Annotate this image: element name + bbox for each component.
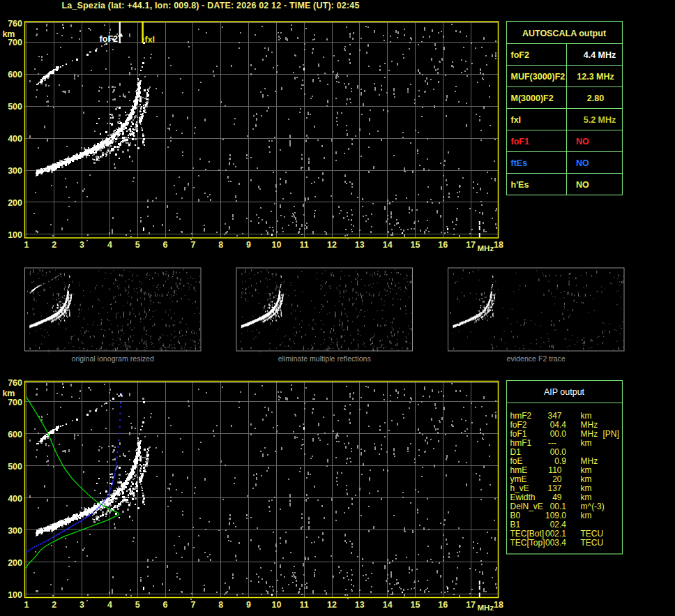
svg-text:003.4: 003.4 [545, 538, 566, 548]
svg-text:ymE: ymE [510, 474, 527, 484]
svg-text:TECU: TECU [581, 529, 604, 539]
svg-text:km: km [581, 411, 592, 421]
svg-text:04.4: 04.4 [550, 420, 567, 430]
svg-text:TEC[Bot]: TEC[Bot] [510, 529, 545, 539]
svg-text:MUF(3000)F2: MUF(3000)F2 [511, 72, 566, 82]
svg-text:foF2: foF2 [510, 420, 527, 430]
svg-text:B0: B0 [510, 511, 521, 520]
svg-text:4.4 MHz: 4.4 MHz [584, 50, 616, 60]
svg-text:49: 49 [552, 493, 562, 502]
svg-text:DelN_vE: DelN_vE [510, 502, 543, 511]
svg-text:6: 6 [163, 240, 168, 250]
svg-text:km: km [2, 29, 15, 39]
svg-text:km: km [2, 389, 15, 398]
svg-text:5: 5 [135, 240, 140, 250]
svg-text:11: 11 [300, 600, 309, 610]
svg-text:original ionogram resized: original ionogram resized [72, 354, 154, 363]
svg-text:20: 20 [552, 474, 562, 484]
svg-text:100: 100 [8, 230, 22, 240]
svg-text:TEC[Top]: TEC[Top] [510, 538, 545, 548]
svg-text:NO: NO [576, 158, 589, 168]
svg-text:3: 3 [79, 600, 84, 610]
svg-text:2: 2 [52, 240, 56, 250]
svg-text:M(3000)F2: M(3000)F2 [511, 93, 554, 103]
svg-text:10: 10 [271, 240, 281, 250]
svg-text:NO: NO [576, 180, 589, 190]
svg-text:h'Es: h'Es [511, 180, 529, 190]
svg-text:9: 9 [246, 240, 251, 250]
svg-text:1: 1 [24, 600, 29, 610]
svg-text:8: 8 [218, 600, 223, 610]
svg-text:500: 500 [8, 102, 22, 112]
svg-text:200: 200 [8, 198, 22, 208]
svg-text:400: 400 [8, 134, 22, 144]
svg-text:MHz: MHz [478, 603, 494, 612]
svg-text:m^(-3): m^(-3) [581, 502, 605, 511]
svg-text:5: 5 [135, 600, 140, 610]
svg-text:14: 14 [383, 240, 393, 250]
svg-text:002.1: 002.1 [545, 529, 566, 539]
svg-text:MHz: MHz [581, 429, 598, 439]
svg-text:NO: NO [576, 137, 589, 147]
svg-text:foF1: foF1 [510, 429, 527, 439]
svg-text:11: 11 [300, 240, 309, 250]
svg-text:16: 16 [438, 240, 448, 250]
svg-text:10: 10 [271, 600, 281, 610]
svg-text:AUTOSCALA output: AUTOSCALA output [522, 29, 607, 38]
svg-text:foE: foE [510, 456, 523, 466]
svg-text:12: 12 [327, 600, 337, 610]
svg-text:B1: B1 [510, 520, 521, 529]
svg-text:km: km [581, 438, 592, 448]
svg-text:12.3 MHz: 12.3 MHz [577, 72, 614, 82]
svg-text:km: km [581, 465, 592, 475]
svg-text:00.0: 00.0 [550, 447, 567, 457]
svg-text:760: 760 [8, 19, 22, 29]
svg-text:fxI: fxI [145, 35, 156, 45]
svg-text:7: 7 [190, 240, 195, 250]
svg-text:8: 8 [218, 240, 223, 250]
svg-text:[PN]: [PN] [603, 429, 619, 439]
svg-text:18: 18 [494, 240, 503, 250]
svg-text:109.0: 109.0 [545, 511, 566, 520]
svg-text:13: 13 [355, 600, 365, 610]
svg-text:100: 100 [8, 590, 22, 600]
svg-text:137: 137 [547, 483, 561, 493]
svg-text:15: 15 [411, 600, 420, 610]
svg-text:300: 300 [8, 166, 22, 176]
svg-text:6: 6 [163, 600, 168, 610]
svg-text:400: 400 [8, 494, 22, 504]
svg-text:3: 3 [79, 240, 84, 250]
svg-text:02.4: 02.4 [550, 520, 567, 529]
svg-text:km: km [581, 511, 592, 520]
svg-text:foF1: foF1 [511, 137, 529, 147]
svg-text:13: 13 [355, 240, 365, 250]
svg-text:eliminate multiple reflections: eliminate multiple reflections [278, 354, 371, 363]
svg-text:h_vE: h_vE [510, 483, 529, 493]
svg-text:MHz: MHz [581, 420, 598, 430]
svg-text:347: 347 [547, 411, 561, 421]
svg-text:760: 760 [8, 378, 22, 388]
svg-text:500: 500 [8, 462, 22, 472]
svg-text:km: km [581, 483, 592, 493]
svg-text:4: 4 [107, 240, 112, 250]
svg-text:hmF2: hmF2 [510, 411, 532, 421]
svg-text:1: 1 [24, 240, 29, 250]
svg-text:17: 17 [466, 240, 476, 250]
svg-text:5.2 MHz: 5.2 MHz [584, 115, 616, 125]
svg-text:ftEs: ftEs [511, 158, 528, 168]
svg-text:00.1: 00.1 [550, 502, 567, 511]
svg-text:hmF1: hmF1 [510, 438, 532, 448]
svg-text:MHz: MHz [581, 456, 598, 466]
svg-text:9: 9 [246, 600, 251, 610]
svg-text:2: 2 [52, 600, 56, 610]
svg-text:km: km [581, 474, 592, 484]
svg-text:300: 300 [8, 526, 22, 536]
svg-text:foF2: foF2 [511, 50, 529, 60]
svg-text:evidence F2 trace: evidence F2 trace [507, 354, 566, 363]
svg-text:0.9: 0.9 [554, 456, 566, 466]
svg-text:D1: D1 [510, 447, 522, 457]
svg-text:700: 700 [8, 38, 22, 47]
svg-text:14: 14 [383, 600, 393, 610]
svg-text:MHz: MHz [478, 244, 494, 253]
svg-text:Ewidth: Ewidth [510, 493, 536, 502]
